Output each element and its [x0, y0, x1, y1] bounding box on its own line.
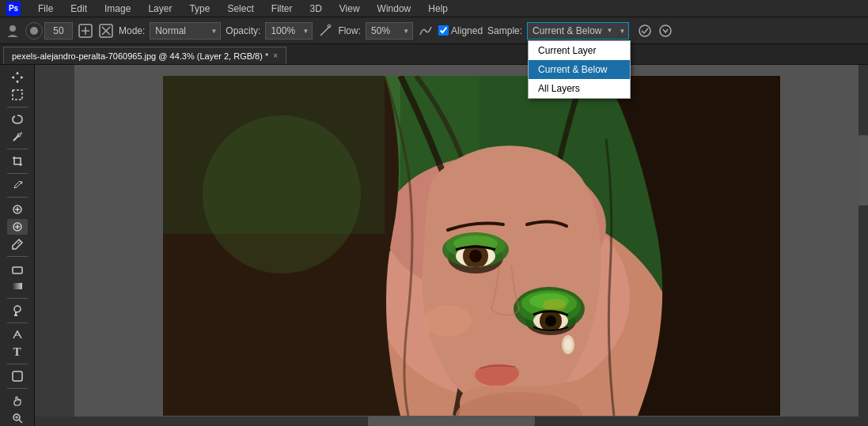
svg-marker-8 — [12, 76, 14, 79]
tool-eraser[interactable] — [7, 261, 28, 277]
menu-file[interactable]: File — [35, 2, 56, 16]
tool-move[interactable] — [7, 70, 28, 85]
sample-dropdown[interactable]: Current & Below ▼ Current Layer Current … — [527, 22, 629, 40]
svg-marker-9 — [21, 76, 23, 79]
toolbar-divider-3 — [7, 173, 28, 174]
svg-point-0 — [9, 25, 16, 32]
mode-label: Mode: — [119, 25, 145, 36]
sample-option-current-below[interactable]: Current & Below — [529, 60, 630, 79]
tool-shape[interactable] — [7, 368, 28, 384]
tool-toggle-1[interactable] — [78, 23, 93, 39]
aligned-checkbox[interactable] — [438, 25, 449, 36]
svg-rect-14 — [13, 267, 22, 273]
layer-options-icon[interactable] — [658, 23, 673, 39]
opacity-label: Opacity: — [226, 25, 260, 36]
tool-preset-icon[interactable] — [5, 23, 21, 39]
tool-zoom[interactable] — [7, 410, 28, 426]
toolbar: T — [0, 65, 35, 426]
main-area: T — [0, 65, 868, 426]
menu-select[interactable]: Select — [224, 2, 256, 16]
toolbar-divider-8 — [7, 364, 28, 364]
menu-layer[interactable]: Layer — [145, 2, 175, 16]
tool-crop[interactable] — [7, 153, 28, 169]
svg-point-43 — [424, 305, 472, 337]
sample-label: Sample: — [487, 25, 522, 36]
vertical-scrollbar[interactable] — [859, 65, 868, 417]
tab-close-button[interactable]: × — [273, 51, 278, 60]
tool-hand[interactable] — [7, 393, 28, 409]
mode-dropdown[interactable]: Normal — [150, 22, 221, 40]
chevron-down-icon: ▼ — [606, 27, 612, 34]
menu-image[interactable]: Image — [101, 2, 134, 16]
tool-text[interactable]: T — [7, 344, 28, 360]
tool-gradient[interactable] — [7, 278, 28, 294]
airbrush-icon[interactable] — [317, 23, 333, 39]
ignore-adjustments-icon[interactable] — [637, 23, 653, 39]
ps-logo: Ps — [6, 2, 21, 16]
tab-filename: pexels-alejandro-peralta-7060965.jpg @ 4… — [12, 51, 268, 61]
svg-point-5 — [660, 25, 671, 36]
brush-preview[interactable] — [25, 22, 43, 40]
tool-toggle-2[interactable] — [98, 23, 114, 39]
menu-edit[interactable]: Edit — [67, 2, 90, 16]
toolbar-divider-4 — [7, 197, 28, 198]
options-bar: 50 Mode: Normal Opacity: 100% Flow: 50% … — [0, 17, 868, 44]
svg-rect-10 — [13, 90, 22, 100]
sample-option-current-layer[interactable]: Current Layer — [529, 41, 630, 60]
svg-point-48 — [203, 115, 361, 273]
tool-heal[interactable] — [7, 202, 28, 217]
canvas-background[interactable] — [74, 65, 868, 426]
toolbar-divider-9 — [7, 388, 28, 389]
horizontal-scrollbar[interactable] — [35, 417, 868, 426]
document-tab[interactable]: pexels-alejandro-peralta-7060965.jpg @ 4… — [3, 47, 286, 64]
flow-dropdown[interactable]: 50% — [366, 22, 413, 40]
toolbar-divider-7 — [7, 322, 28, 323]
tool-brush[interactable] — [7, 236, 28, 252]
svg-point-4 — [639, 25, 650, 36]
flow-label: Flow: — [338, 25, 361, 36]
toolbar-divider-6 — [7, 298, 28, 299]
menu-3d[interactable]: 3D — [306, 2, 324, 16]
svg-point-45 — [564, 338, 572, 351]
aligned-checkbox-label[interactable]: Aligned — [438, 25, 483, 36]
menu-type[interactable]: Type — [186, 2, 213, 16]
menu-window[interactable]: Window — [374, 2, 415, 16]
smoothing-icon[interactable] — [418, 23, 434, 39]
svg-point-16 — [14, 306, 21, 312]
svg-point-33 — [469, 250, 482, 262]
svg-marker-6 — [16, 72, 19, 74]
menubar: Ps File Edit Image Layer Type Select Fil… — [0, 0, 868, 17]
toolbar-divider-1 — [7, 107, 28, 107]
brush-size-input[interactable]: 50 — [44, 22, 73, 40]
svg-rect-17 — [13, 371, 22, 381]
photo-canvas — [163, 76, 780, 416]
sample-option-all-layers[interactable]: All Layers — [529, 79, 630, 98]
menu-help[interactable]: Help — [425, 2, 451, 16]
svg-marker-7 — [16, 81, 19, 83]
tool-clone[interactable] — [7, 219, 28, 235]
tool-lasso[interactable] — [7, 111, 28, 127]
tool-wand[interactable] — [7, 129, 28, 145]
brush-size-input-wrapper[interactable]: 50 — [25, 22, 73, 40]
svg-point-42 — [545, 315, 556, 326]
menu-filter[interactable]: Filter — [268, 2, 296, 16]
tool-eyedropper[interactable] — [7, 177, 28, 193]
sample-menu: Current Layer Current & Below All Layers — [528, 40, 631, 99]
tool-select-rect[interactable] — [7, 87, 28, 103]
canvas-area — [35, 65, 868, 426]
tool-dodge[interactable] — [7, 303, 28, 319]
tab-bar: pexels-alejandro-peralta-7060965.jpg @ 4… — [0, 44, 868, 65]
toolbar-divider-2 — [7, 149, 28, 149]
svg-rect-15 — [13, 283, 22, 289]
opacity-dropdown[interactable]: 100% — [265, 22, 313, 40]
svg-point-39 — [543, 299, 567, 311]
canvas-left-gutter — [35, 65, 74, 426]
menu-view[interactable]: View — [336, 2, 363, 16]
toolbar-divider-5 — [7, 256, 28, 257]
tool-pen[interactable] — [7, 326, 28, 342]
